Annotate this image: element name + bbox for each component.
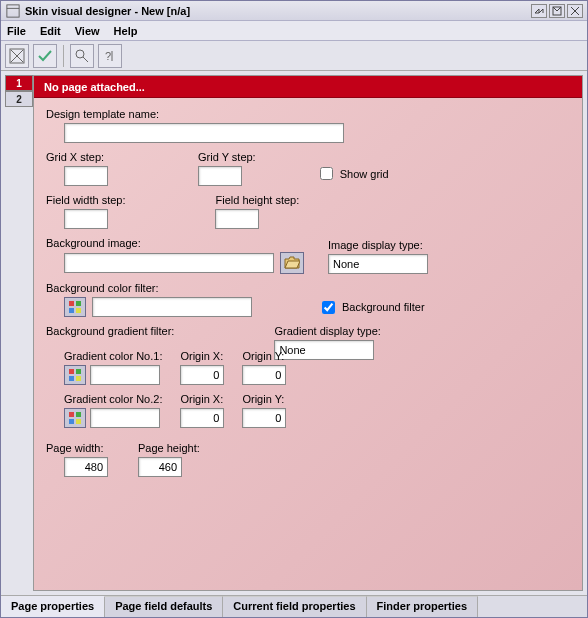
grid-x-step-input[interactable]	[64, 166, 108, 186]
close-button[interactable]	[567, 4, 583, 18]
svg-rect-22	[69, 419, 74, 424]
bottom-tabs: Page properties Page field defaults Curr…	[1, 595, 587, 617]
menu-edit[interactable]: Edit	[40, 25, 61, 37]
menu-help[interactable]: Help	[114, 25, 138, 37]
bg-color-picker-button[interactable]	[64, 297, 86, 317]
gradient-color-1-input[interactable]	[90, 365, 160, 385]
grid-y-step-input[interactable]	[198, 166, 242, 186]
apply-tool-button[interactable]	[33, 44, 57, 68]
tab-finder-properties[interactable]: Finder properties	[367, 596, 478, 617]
main-panel: No page attached... Design template name…	[33, 75, 583, 591]
label-origin-y-2: Origin Y:	[242, 393, 286, 405]
banner-no-page: No page attached...	[34, 76, 582, 98]
label-design-template-name: Design template name:	[46, 108, 570, 120]
svg-rect-19	[76, 376, 81, 381]
label-field-height-step: Field height step:	[215, 194, 299, 206]
svg-rect-16	[69, 369, 74, 374]
label-field-width-step: Field width step:	[46, 194, 125, 206]
app-icon	[5, 3, 21, 19]
grad1-origin-y-input[interactable]	[242, 365, 286, 385]
tab-current-field-properties[interactable]: Current field properties	[223, 596, 366, 617]
menu-file[interactable]: File	[7, 25, 26, 37]
svg-line-9	[83, 57, 88, 62]
browse-image-button[interactable]	[280, 252, 304, 274]
svg-rect-14	[69, 308, 74, 313]
field-width-step-input[interactable]	[64, 209, 108, 229]
maximize-button[interactable]	[549, 4, 565, 18]
window-title: Skin visual designer - New [n/a]	[25, 5, 531, 17]
minimize-button[interactable]	[531, 4, 547, 18]
tab-page-field-defaults[interactable]: Page field defaults	[105, 596, 223, 617]
background-image-input[interactable]	[64, 253, 274, 273]
label-origin-x-1: Origin X:	[180, 350, 224, 362]
label-image-display-type: Image display type:	[328, 239, 428, 251]
menu-view[interactable]: View	[75, 25, 100, 37]
grad2-origin-x-input[interactable]	[180, 408, 224, 428]
svg-point-8	[76, 50, 84, 58]
titlebar: Skin visual designer - New [n/a]	[1, 1, 587, 21]
svg-rect-20	[69, 412, 74, 417]
page-tab-2[interactable]: 2	[5, 91, 33, 107]
refresh-tool-button[interactable]: ?	[98, 44, 122, 68]
label-origin-y-1: Origin Y:	[242, 350, 286, 362]
svg-rect-18	[69, 376, 74, 381]
page-width-input[interactable]	[64, 457, 108, 477]
toolbar: ?	[1, 41, 587, 71]
grad1-origin-x-input[interactable]	[180, 365, 224, 385]
label-page-height: Page height:	[138, 442, 200, 454]
svg-rect-12	[69, 301, 74, 306]
gradient-color-2-input[interactable]	[90, 408, 160, 428]
label-grid-y-step: Grid Y step:	[198, 151, 256, 163]
gradient-color-1-button[interactable]	[64, 365, 86, 385]
svg-rect-0	[7, 4, 19, 16]
content-area: 1 2 No page attached... Design template …	[1, 71, 587, 595]
menubar: File Edit View Help	[1, 21, 587, 41]
grad2-origin-y-input[interactable]	[242, 408, 286, 428]
label-background-image: Background image:	[46, 237, 304, 249]
background-filter-checkbox[interactable]	[322, 301, 335, 314]
cancel-tool-button[interactable]	[5, 44, 29, 68]
gradient-color-2-button[interactable]	[64, 408, 86, 428]
svg-rect-17	[76, 369, 81, 374]
background-color-filter-input[interactable]	[92, 297, 252, 317]
page-vertical-tabs: 1 2	[5, 75, 33, 591]
image-display-type-select[interactable]	[328, 254, 428, 274]
label-grid-x-step: Grid X step:	[46, 151, 108, 163]
app-window: Skin visual designer - New [n/a] File Ed…	[0, 0, 588, 618]
label-page-width: Page width:	[46, 442, 108, 454]
svg-rect-23	[76, 419, 81, 424]
gradient-display-type-select[interactable]	[274, 340, 374, 360]
field-height-step-input[interactable]	[215, 209, 259, 229]
svg-text:?: ?	[105, 50, 111, 62]
form-area: Design template name: Grid X step: Grid …	[34, 98, 582, 497]
preview-tool-button[interactable]	[70, 44, 94, 68]
label-background-color-filter: Background color filter:	[46, 282, 570, 294]
label-gradient-color-2: Gradient color No.2:	[64, 393, 162, 405]
page-height-input[interactable]	[138, 457, 182, 477]
label-gradient-color-1: Gradient color No.1:	[64, 350, 162, 362]
svg-rect-13	[76, 301, 81, 306]
show-grid-checkbox[interactable]	[320, 167, 333, 180]
tab-page-properties[interactable]: Page properties	[1, 596, 105, 617]
label-origin-x-2: Origin X:	[180, 393, 224, 405]
toolbar-separator	[63, 45, 64, 67]
label-gradient-display-type: Gradient display type:	[274, 325, 380, 337]
label-show-grid: Show grid	[340, 168, 389, 180]
page-tab-1[interactable]: 1	[5, 75, 33, 91]
svg-rect-21	[76, 412, 81, 417]
svg-rect-15	[76, 308, 81, 313]
label-background-filter: Background filter	[342, 301, 425, 313]
design-template-name-input[interactable]	[64, 123, 344, 143]
